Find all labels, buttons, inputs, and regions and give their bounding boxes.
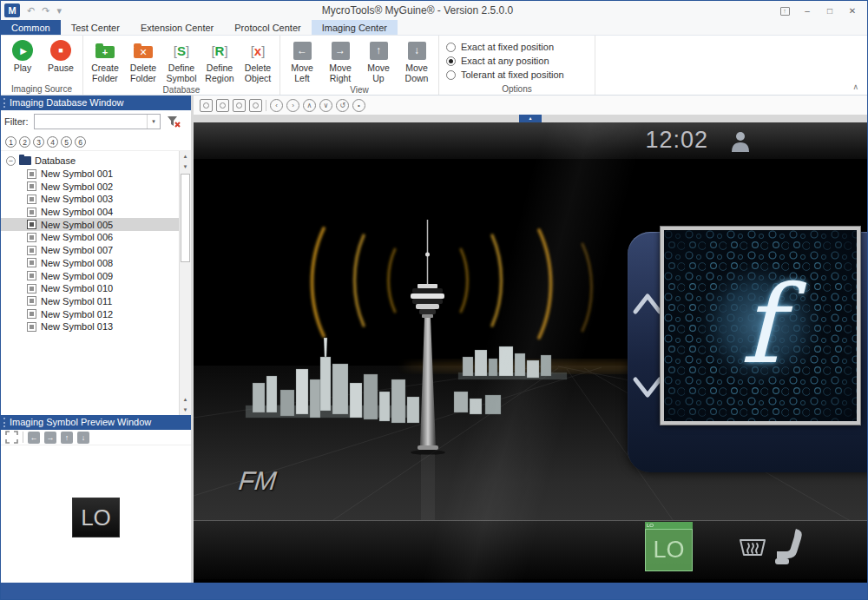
delete-object-button[interactable]: x Delete Object xyxy=(243,39,273,83)
target-screen-button-2[interactable] xyxy=(216,99,229,112)
nudge-down-button[interactable]: ↓ xyxy=(77,432,89,444)
ribbon-collapse-icon[interactable]: ∧ xyxy=(852,82,858,91)
tree-scrollbar[interactable]: ▲ ▼ ▲ ▼ xyxy=(179,151,191,415)
nudge-right-button[interactable]: → xyxy=(44,432,56,444)
move-right-button[interactable]: → Move Right xyxy=(326,39,355,83)
tree-item[interactable]: New Symbol 013 xyxy=(1,320,179,333)
scroll-up-icon[interactable]: ▲ xyxy=(180,151,191,162)
symbol-preview-area: LO xyxy=(1,445,191,583)
minimize-button[interactable]: – xyxy=(796,6,819,16)
ribbon-tab-bar: Common Test Center Extension Center Prot… xyxy=(1,20,867,36)
tree-item[interactable]: New Symbol 009 xyxy=(1,269,179,282)
splitter-collapse-button[interactable]: ▲ xyxy=(519,115,542,122)
number-button-3[interactable]: 3 xyxy=(33,136,44,148)
define-symbol-button[interactable]: S Define Symbol xyxy=(167,39,196,83)
nav-down-button[interactable]: ∨ xyxy=(319,99,332,112)
scroll-down-icon[interactable]: ▼ xyxy=(180,162,191,172)
option-tolerant-fixed[interactable]: Tolerant at fixed position xyxy=(446,69,588,80)
tree-item[interactable]: New Symbol 006 xyxy=(1,231,179,244)
define-region-button[interactable]: R Define Region xyxy=(205,39,234,83)
define-region-icon: R xyxy=(211,43,227,58)
window-title: MycroTools® MyGuine® - Version 2.5.0.0 xyxy=(62,4,773,16)
scroll-thumb[interactable] xyxy=(181,174,190,262)
tab-imaging-center[interactable]: Imaging Center xyxy=(312,20,398,35)
tree-root-database[interactable]: − Database xyxy=(1,155,179,168)
clear-filter-button[interactable] xyxy=(166,114,181,129)
tree-item[interactable]: New Symbol 008 xyxy=(1,257,179,270)
imaging-symbol-preview-header[interactable]: Imaging Symbol Preview Window xyxy=(1,415,191,430)
tree-item[interactable]: New Symbol 007 xyxy=(1,244,179,257)
symbol-icon xyxy=(27,258,36,267)
play-button[interactable]: ▶ Play xyxy=(8,39,37,82)
nav-up-button[interactable]: ∧ xyxy=(303,99,316,112)
collapse-icon[interactable]: − xyxy=(6,156,16,166)
filter-combobox[interactable]: ▾ xyxy=(34,114,161,129)
delete-folder-icon: ✕ xyxy=(134,46,153,58)
symbol-preview-image[interactable]: LO xyxy=(72,498,120,537)
close-button[interactable]: ✕ xyxy=(841,6,864,16)
symbol-icon xyxy=(27,246,36,255)
float-window-button[interactable]: ↑ xyxy=(773,5,796,16)
clock-text: 12:02 xyxy=(645,127,708,154)
app-logo-icon[interactable]: M xyxy=(4,3,20,17)
chevron-down-icon[interactable]: ▾ xyxy=(147,115,160,129)
number-button-1[interactable]: 1 xyxy=(5,136,16,148)
tree-item[interactable]: New Symbol 011 xyxy=(1,295,179,308)
number-button-2[interactable]: 2 xyxy=(19,136,30,148)
option-exact-fixed[interactable]: Exact at fixed position xyxy=(446,42,588,52)
filter-label: Filter: xyxy=(4,116,34,127)
tree-item-selected[interactable]: New Symbol 005 xyxy=(1,218,179,231)
maximize-button[interactable]: □ xyxy=(819,6,841,16)
imaging-database-window-header[interactable]: Imaging Database Window xyxy=(1,96,191,110)
number-button-5[interactable]: 5 xyxy=(61,136,72,148)
match-selection-box[interactable]: LO xyxy=(645,529,693,571)
nudge-up-button[interactable]: ↑ xyxy=(61,432,73,444)
tree-item[interactable]: New Symbol 002 xyxy=(1,180,179,193)
left-panel: Imaging Database Window Filter: ▾ 1 2 xyxy=(1,96,191,583)
group-imaging-source: ▶ Play ■ Pause Imaging Source xyxy=(1,36,83,95)
tree-item[interactable]: New Symbol 004 xyxy=(1,206,179,219)
nav-center-button[interactable]: • xyxy=(352,99,365,112)
move-left-button[interactable]: ← Move Left xyxy=(287,39,317,83)
number-button-4[interactable]: 4 xyxy=(47,136,58,148)
option-exact-any[interactable]: Exact at any position xyxy=(446,56,588,66)
pause-button[interactable]: ■ Pause xyxy=(46,39,76,82)
selection-frame-icon[interactable] xyxy=(5,431,18,444)
move-up-button[interactable]: ↑ Move Up xyxy=(364,39,393,83)
target-screen-button-4[interactable] xyxy=(249,99,262,112)
target-screen-button-3[interactable] xyxy=(233,99,246,112)
undo-icon[interactable]: ↶ xyxy=(27,5,35,16)
nav-right-button[interactable]: › xyxy=(286,99,299,112)
filter-input[interactable] xyxy=(35,115,146,129)
arrow-right-icon: → xyxy=(332,42,350,60)
filter-clear-icon xyxy=(166,114,181,129)
tree-item[interactable]: New Symbol 012 xyxy=(1,307,179,320)
symbol-icon xyxy=(27,208,36,217)
scroll-down-icon[interactable]: ▼ xyxy=(180,405,191,415)
target-screen-button-1[interactable] xyxy=(200,99,213,112)
number-button-6[interactable]: 6 xyxy=(75,136,86,148)
nudge-left-button[interactable]: ← xyxy=(28,432,40,444)
redo-icon[interactable]: ↷ xyxy=(42,5,49,16)
tab-protocol-center[interactable]: Protocol Center xyxy=(224,20,311,35)
nav-reset-button[interactable]: ↺ xyxy=(336,99,349,112)
scroll-up-icon[interactable]: ▲ xyxy=(180,394,191,405)
radio-selected-icon xyxy=(446,56,456,66)
horizontal-splitter[interactable]: ▲ xyxy=(194,115,867,122)
tab-test-center[interactable]: Test Center xyxy=(61,20,130,35)
tree-item[interactable]: New Symbol 010 xyxy=(1,282,179,295)
tree-item[interactable]: New Symbol 003 xyxy=(1,193,179,206)
create-folder-button[interactable]: + Create Folder xyxy=(90,39,120,83)
nav-left-button[interactable]: ‹ xyxy=(270,99,283,112)
tab-extension-center[interactable]: Extension Center xyxy=(130,20,224,35)
tree-item[interactable]: New Symbol 001 xyxy=(1,168,179,181)
tab-common[interactable]: Common xyxy=(1,20,61,35)
move-down-button[interactable]: ↓ Move Down xyxy=(402,39,431,83)
group-options: Exact at fixed position Exact at any pos… xyxy=(439,36,595,95)
application-window: M ↶ ↷ ▾ MycroTools® MyGuine® - Version 2… xyxy=(0,0,868,600)
seat-climate-icon xyxy=(773,527,805,567)
delete-folder-button[interactable]: ✕ Delete Folder xyxy=(128,39,158,83)
station-logo-art: f f xyxy=(661,227,860,425)
grip-icon xyxy=(3,418,5,427)
station-scroll-chevrons[interactable] xyxy=(630,284,665,405)
